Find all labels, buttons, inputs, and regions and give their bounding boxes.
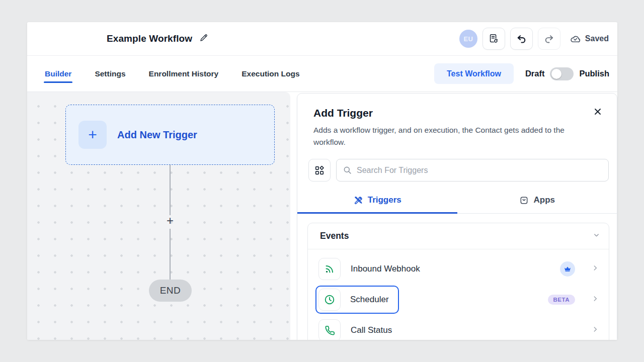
premium-crown-icon [560,261,575,277]
category-grid-button[interactable] [308,159,331,182]
add-step-plus-button[interactable]: + [163,215,177,227]
list-item-call-status[interactable]: Call Status [318,316,599,340]
tab-enrollment-history[interactable]: Enrollment History [149,64,219,89]
row-right [592,326,599,335]
tools-icon [353,196,363,205]
edit-pencil-icon[interactable] [199,33,208,44]
search-icon [343,165,352,177]
enrollment-report-button[interactable] [482,28,505,50]
close-icon[interactable] [593,107,603,117]
undo-button[interactable] [510,28,533,50]
tab-triggers-label: Triggers [368,195,401,205]
chevron-down-icon [593,231,600,241]
events-section-header[interactable]: Events [308,223,609,249]
events-section: Events Inbound Webhook [307,223,609,340]
row-right: BETA [548,295,599,305]
list-item-label: Inbound Webhook [351,264,420,274]
beta-badge: BETA [548,295,575,305]
header-actions: EU [459,28,609,50]
panel-header: Add Trigger Adds a workflow trigger, and… [297,94,617,148]
phone-icon [318,319,341,340]
plus-icon: + [78,121,107,149]
panel-title: Add Trigger [313,107,602,119]
list-item-inbound-webhook[interactable]: Inbound Webhook [318,255,599,283]
workflow-title: Example Workflow [107,33,192,44]
list-item-scheduler[interactable]: Scheduler BETA [318,286,599,314]
grid-category-icon [314,165,325,176]
panel-description: Adds a workflow trigger, and on executio… [313,124,595,148]
add-new-trigger-node[interactable]: + Add New Trigger [65,105,275,165]
tab-apps-label: Apps [534,195,555,205]
header: Example Workflow EU [27,22,617,56]
tab-builder[interactable]: Builder [45,64,71,89]
cloud-check-icon [570,33,581,45]
tab-triggers[interactable]: Triggers [297,188,457,213]
end-node: END [149,280,192,302]
tab-execution-logs[interactable]: Execution Logs [242,64,299,89]
clock-icon [318,289,341,311]
events-section-title: Events [320,231,349,241]
panel-tabs: Triggers Apps [297,188,617,214]
toggle-knob [551,69,561,79]
draft-label: Draft [525,69,545,78]
test-workflow-button[interactable]: Test Workflow [434,63,514,84]
publish-toggle[interactable] [550,67,574,80]
document-refresh-icon [488,33,499,44]
publish-control: Draft Publish [525,67,609,80]
list-item-label: Call Status [351,325,392,335]
redo-icon [543,33,555,45]
connector-line-bottom [170,229,171,280]
workflow-canvas[interactable]: + Add New Trigger + END [27,92,290,340]
tab-settings[interactable]: Settings [95,64,125,89]
redo-button[interactable] [538,28,560,50]
publish-label: Publish [579,69,609,78]
connector-line-top [170,165,171,215]
search-wrap [336,159,609,182]
user-avatar[interactable]: EU [459,30,477,48]
webhook-rss-icon [318,258,341,280]
add-new-trigger-label: Add New Trigger [117,129,197,141]
search-row [308,159,609,182]
chevron-right-icon [592,264,599,274]
search-input[interactable] [336,159,609,182]
save-status: Saved [570,33,609,45]
tab-apps[interactable]: Apps [457,188,617,213]
title-wrap: Example Workflow [107,33,208,44]
add-trigger-panel: Add Trigger Adds a workflow trigger, and… [297,93,617,340]
apps-icon [519,196,529,205]
tabbar-actions: Test Workflow Draft Publish [434,63,609,84]
saved-label: Saved [585,34,609,43]
row-right [560,261,599,277]
selected-item-outline: Scheduler [315,286,399,314]
list-item-label: Scheduler [350,295,389,305]
events-list: Inbound Webhook [308,249,609,340]
undo-icon [516,33,527,45]
chevron-right-icon [592,295,599,304]
workflow-window: Example Workflow EU [27,22,617,340]
tab-bar: Builder Settings Enrollment History Exec… [27,56,617,92]
chevron-right-icon [592,326,599,335]
